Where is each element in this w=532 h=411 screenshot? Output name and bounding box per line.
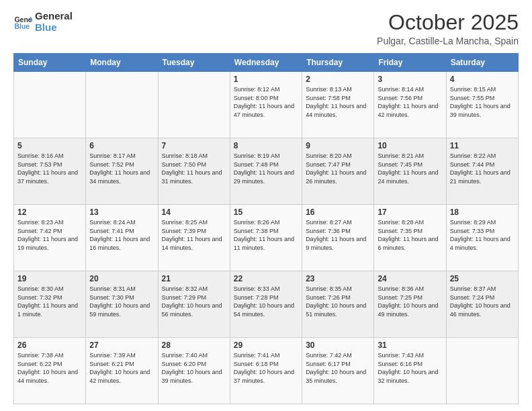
day-number: 29 bbox=[234, 340, 298, 350]
calendar-cell: 31Sunrise: 7:43 AM Sunset: 6:16 PM Dayli… bbox=[374, 338, 446, 404]
day-info: Sunrise: 8:35 AM Sunset: 7:26 PM Dayligh… bbox=[306, 285, 370, 318]
day-header-thursday: Thursday bbox=[302, 54, 374, 72]
day-number: 28 bbox=[162, 340, 226, 350]
day-info: Sunrise: 7:42 AM Sunset: 6:17 PM Dayligh… bbox=[306, 351, 370, 385]
day-info: Sunrise: 8:27 AM Sunset: 7:36 PM Dayligh… bbox=[306, 218, 370, 252]
day-header-saturday: Saturday bbox=[446, 54, 518, 72]
calendar-cell: 29Sunrise: 7:41 AM Sunset: 6:18 PM Dayli… bbox=[230, 338, 302, 404]
day-number: 17 bbox=[378, 208, 442, 217]
day-number: 25 bbox=[450, 274, 515, 283]
calendar-cell: 16Sunrise: 8:27 AM Sunset: 7:36 PM Dayli… bbox=[302, 205, 374, 271]
calendar-cell: 23Sunrise: 8:35 AM Sunset: 7:26 PM Dayli… bbox=[302, 271, 374, 338]
day-number: 11 bbox=[450, 141, 515, 150]
day-number: 31 bbox=[378, 340, 442, 350]
day-info: Sunrise: 8:31 AM Sunset: 7:30 PM Dayligh… bbox=[89, 285, 154, 318]
calendar-cell: 13Sunrise: 8:24 AM Sunset: 7:41 PM Dayli… bbox=[86, 205, 158, 271]
calendar-cell: 9Sunrise: 8:20 AM Sunset: 7:47 PM Daylig… bbox=[302, 138, 374, 205]
day-info: Sunrise: 8:21 AM Sunset: 7:45 PM Dayligh… bbox=[378, 152, 442, 185]
day-info: Sunrise: 8:14 AM Sunset: 7:56 PM Dayligh… bbox=[378, 85, 442, 119]
calendar-cell: 20Sunrise: 8:31 AM Sunset: 7:30 PM Dayli… bbox=[86, 271, 158, 338]
location: Pulgar, Castille-La Mancha, Spain bbox=[377, 36, 519, 46]
day-info: Sunrise: 8:33 AM Sunset: 7:28 PM Dayligh… bbox=[234, 285, 298, 318]
calendar-cell bbox=[158, 72, 230, 138]
day-info: Sunrise: 8:25 AM Sunset: 7:39 PM Dayligh… bbox=[162, 218, 226, 252]
day-info: Sunrise: 8:36 AM Sunset: 7:25 PM Dayligh… bbox=[378, 285, 442, 318]
calendar-cell: 25Sunrise: 8:37 AM Sunset: 7:24 PM Dayli… bbox=[446, 271, 518, 338]
day-number: 6 bbox=[89, 141, 154, 150]
calendar-cell bbox=[14, 72, 86, 138]
day-number: 16 bbox=[306, 208, 370, 217]
calendar-cell: 26Sunrise: 7:38 AM Sunset: 6:22 PM Dayli… bbox=[14, 338, 86, 404]
calendar-cell: 28Sunrise: 7:40 AM Sunset: 6:20 PM Dayli… bbox=[158, 338, 230, 404]
day-header-monday: Monday bbox=[86, 54, 158, 72]
day-number: 26 bbox=[17, 340, 82, 350]
day-number: 19 bbox=[17, 274, 82, 283]
calendar-cell bbox=[86, 72, 158, 138]
day-info: Sunrise: 7:39 AM Sunset: 6:21 PM Dayligh… bbox=[89, 351, 154, 385]
page: General Blue General Blue October 2025 P… bbox=[0, 0, 532, 411]
logo-icon: General Blue bbox=[13, 13, 32, 32]
day-number: 8 bbox=[234, 141, 298, 150]
calendar: SundayMondayTuesdayWednesdayThursdayFrid… bbox=[13, 53, 519, 404]
calendar-week-row: 12Sunrise: 8:23 AM Sunset: 7:42 PM Dayli… bbox=[14, 205, 519, 271]
calendar-cell: 24Sunrise: 8:36 AM Sunset: 7:25 PM Dayli… bbox=[374, 271, 446, 338]
calendar-week-row: 26Sunrise: 7:38 AM Sunset: 6:22 PM Dayli… bbox=[14, 338, 519, 404]
calendar-cell: 6Sunrise: 8:17 AM Sunset: 7:52 PM Daylig… bbox=[86, 138, 158, 205]
calendar-cell: 3Sunrise: 8:14 AM Sunset: 7:56 PM Daylig… bbox=[374, 72, 446, 138]
calendar-cell: 2Sunrise: 8:13 AM Sunset: 7:58 PM Daylig… bbox=[302, 72, 374, 138]
day-info: Sunrise: 8:13 AM Sunset: 7:58 PM Dayligh… bbox=[306, 85, 370, 119]
day-number: 24 bbox=[378, 274, 442, 283]
day-info: Sunrise: 8:19 AM Sunset: 7:48 PM Dayligh… bbox=[234, 152, 298, 185]
calendar-cell: 17Sunrise: 8:28 AM Sunset: 7:35 PM Dayli… bbox=[374, 205, 446, 271]
calendar-week-row: 1Sunrise: 8:12 AM Sunset: 8:00 PM Daylig… bbox=[14, 72, 519, 138]
day-info: Sunrise: 8:26 AM Sunset: 7:38 PM Dayligh… bbox=[234, 218, 298, 252]
logo: General Blue General Blue bbox=[13, 11, 73, 33]
day-number: 9 bbox=[306, 141, 370, 150]
day-number: 12 bbox=[17, 208, 82, 217]
day-info: Sunrise: 8:18 AM Sunset: 7:50 PM Dayligh… bbox=[162, 152, 226, 185]
day-number: 22 bbox=[234, 274, 298, 283]
calendar-week-row: 19Sunrise: 8:30 AM Sunset: 7:32 PM Dayli… bbox=[14, 271, 519, 338]
calendar-header-row: SundayMondayTuesdayWednesdayThursdayFrid… bbox=[14, 54, 519, 72]
day-info: Sunrise: 8:24 AM Sunset: 7:41 PM Dayligh… bbox=[89, 218, 154, 252]
day-header-wednesday: Wednesday bbox=[230, 54, 302, 72]
day-number: 7 bbox=[162, 141, 226, 150]
day-info: Sunrise: 8:28 AM Sunset: 7:35 PM Dayligh… bbox=[378, 218, 442, 252]
day-info: Sunrise: 7:40 AM Sunset: 6:20 PM Dayligh… bbox=[162, 351, 226, 385]
title-block: October 2025 Pulgar, Castille-La Mancha,… bbox=[377, 11, 519, 46]
day-header-friday: Friday bbox=[374, 54, 446, 72]
day-number: 14 bbox=[162, 208, 226, 217]
calendar-cell: 30Sunrise: 7:42 AM Sunset: 6:17 PM Dayli… bbox=[302, 338, 374, 404]
day-number: 10 bbox=[378, 141, 442, 150]
logo-general: General bbox=[35, 11, 73, 22]
calendar-cell: 8Sunrise: 8:19 AM Sunset: 7:48 PM Daylig… bbox=[230, 138, 302, 205]
day-info: Sunrise: 8:16 AM Sunset: 7:53 PM Dayligh… bbox=[17, 152, 82, 185]
calendar-cell: 5Sunrise: 8:16 AM Sunset: 7:53 PM Daylig… bbox=[14, 138, 86, 205]
day-info: Sunrise: 8:23 AM Sunset: 7:42 PM Dayligh… bbox=[17, 218, 82, 252]
header: General Blue General Blue October 2025 P… bbox=[13, 11, 519, 46]
calendar-cell: 1Sunrise: 8:12 AM Sunset: 8:00 PM Daylig… bbox=[230, 72, 302, 138]
calendar-cell: 4Sunrise: 8:15 AM Sunset: 7:55 PM Daylig… bbox=[446, 72, 518, 138]
day-number: 13 bbox=[89, 208, 154, 217]
day-info: Sunrise: 8:20 AM Sunset: 7:47 PM Dayligh… bbox=[306, 152, 370, 185]
calendar-cell: 19Sunrise: 8:30 AM Sunset: 7:32 PM Dayli… bbox=[14, 271, 86, 338]
svg-text:Blue: Blue bbox=[14, 21, 30, 30]
calendar-cell bbox=[446, 338, 518, 404]
day-info: Sunrise: 8:30 AM Sunset: 7:32 PM Dayligh… bbox=[17, 285, 82, 318]
day-header-sunday: Sunday bbox=[14, 54, 86, 72]
day-number: 18 bbox=[450, 208, 515, 217]
day-info: Sunrise: 8:37 AM Sunset: 7:24 PM Dayligh… bbox=[450, 285, 515, 318]
day-info: Sunrise: 7:38 AM Sunset: 6:22 PM Dayligh… bbox=[17, 351, 82, 385]
calendar-cell: 7Sunrise: 8:18 AM Sunset: 7:50 PM Daylig… bbox=[158, 138, 230, 205]
day-info: Sunrise: 8:29 AM Sunset: 7:33 PM Dayligh… bbox=[450, 218, 515, 252]
calendar-cell: 22Sunrise: 8:33 AM Sunset: 7:28 PM Dayli… bbox=[230, 271, 302, 338]
day-number: 15 bbox=[234, 208, 298, 217]
logo-blue: Blue bbox=[35, 22, 73, 34]
day-number: 20 bbox=[89, 274, 154, 283]
day-info: Sunrise: 8:32 AM Sunset: 7:29 PM Dayligh… bbox=[162, 285, 226, 318]
calendar-cell: 27Sunrise: 7:39 AM Sunset: 6:21 PM Dayli… bbox=[86, 338, 158, 404]
calendar-cell: 15Sunrise: 8:26 AM Sunset: 7:38 PM Dayli… bbox=[230, 205, 302, 271]
day-number: 21 bbox=[162, 274, 226, 283]
calendar-week-row: 5Sunrise: 8:16 AM Sunset: 7:53 PM Daylig… bbox=[14, 138, 519, 205]
calendar-cell: 14Sunrise: 8:25 AM Sunset: 7:39 PM Dayli… bbox=[158, 205, 230, 271]
